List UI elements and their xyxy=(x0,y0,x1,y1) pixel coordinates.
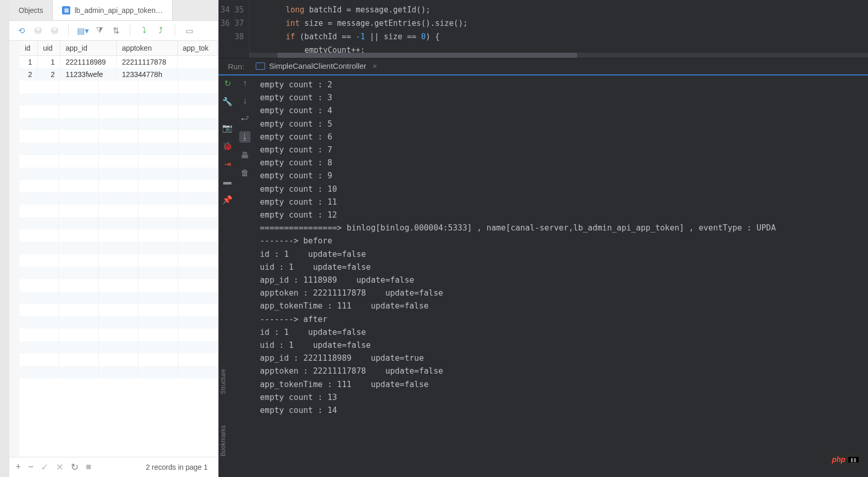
trash-icon[interactable]: 🗑 xyxy=(241,168,249,178)
debug-icon[interactable]: 🐞 xyxy=(222,141,233,151)
db-gutter xyxy=(0,0,9,477)
pin-icon[interactable]: 📌 xyxy=(222,195,233,205)
reload-icon[interactable]: ↻ xyxy=(71,461,79,473)
commit-icon[interactable]: ✓ xyxy=(41,461,49,473)
add-row-icon[interactable]: + xyxy=(16,461,21,473)
data-grid[interactable]: id uid app_id apptoken app_tok 112221118… xyxy=(20,41,218,457)
rerun-icon[interactable]: ↻ xyxy=(224,79,231,88)
console-output[interactable]: empty count : 2 empty count : 3 empty co… xyxy=(254,75,868,477)
col-id[interactable]: id xyxy=(20,41,38,56)
softwrap-icon[interactable]: ⮐ xyxy=(241,114,249,123)
down-icon[interactable]: ↓ xyxy=(243,96,247,105)
col-apptok[interactable]: app_tok xyxy=(177,41,218,56)
ide-panel: 34 35 36 37 38 long batchId = message.ge… xyxy=(219,0,868,477)
print-icon[interactable]: 🖶 xyxy=(241,151,249,160)
layout-icon[interactable]: ▬ xyxy=(223,177,231,187)
db-tab-label: lb_admin_api_app_token… xyxy=(74,6,162,14)
database-panel: Objects ▦ lb_admin_api_app_token… ⟲ ⛁ ⛁ … xyxy=(0,0,219,477)
run-toolwindow-header: Run: SimpleCanalClientController × xyxy=(219,58,868,75)
stop-icon[interactable]: ■ xyxy=(86,461,91,473)
db-tab-objects[interactable]: Objects xyxy=(9,0,53,20)
sort-icon[interactable]: ⇅ xyxy=(111,26,120,35)
php-badge[interactable]: php ▮▮ xyxy=(828,453,863,466)
col-appid[interactable]: app_id xyxy=(60,41,116,56)
filter-icon[interactable]: ⧩ xyxy=(95,26,104,35)
db-tab-label: Objects xyxy=(19,6,43,14)
line-gutter: 34 35 36 37 38 xyxy=(219,0,250,58)
exit-icon[interactable]: ⇥ xyxy=(224,159,231,169)
db-icon[interactable]: ⛁ xyxy=(33,26,42,35)
db-tab-bar: Objects ▦ lb_admin_api_app_token… xyxy=(9,0,218,21)
code-editor[interactable]: 34 35 36 37 38 long batchId = message.ge… xyxy=(219,0,868,58)
badge-bar-icon: ▮▮ xyxy=(848,457,859,463)
run-label: Run: xyxy=(221,62,252,71)
more-icon[interactable]: ▭ xyxy=(184,26,194,35)
scroll-end-icon[interactable]: ⭳ xyxy=(239,131,251,143)
refresh-icon[interactable]: ⟲ xyxy=(17,26,26,35)
run-tab[interactable]: SimpleCanalClientController × xyxy=(252,58,381,75)
export-icon[interactable]: ⤴ xyxy=(156,26,165,35)
columns-icon[interactable]: ▤▾ xyxy=(78,26,87,35)
table-row[interactable]: 11222111898922211117878 xyxy=(20,56,218,69)
remove-row-icon[interactable]: − xyxy=(28,461,34,473)
cancel-icon[interactable]: ✕ xyxy=(56,461,64,473)
db-tab-table[interactable]: ▦ lb_admin_api_app_token… xyxy=(53,0,172,20)
structure-toolwindow-tab[interactable]: Structure xyxy=(220,369,227,394)
run-side-actions: ↻ 🔧 📷 🐞 ⇥ ▬ 📌 xyxy=(219,75,236,477)
run-side-actions-2: ↑ ↓ ⮐ ⭳ 🖶 🗑 xyxy=(236,75,254,477)
import-icon[interactable]: ⤵ xyxy=(140,26,149,35)
db-toolbar: ⟲ ⛁ ⛁ ▤▾ ⧩ ⇅ ⤵ ⤴ ▭ xyxy=(9,21,218,41)
col-apptoken[interactable]: apptoken xyxy=(117,41,178,56)
bookmarks-toolwindow-tab[interactable]: Bookmarks xyxy=(220,425,227,456)
run-config-icon xyxy=(256,63,265,70)
table-header-row: id uid app_id apptoken app_tok xyxy=(20,41,218,56)
php-badge-label: php xyxy=(832,455,845,464)
record-status: 2 records in page 1 xyxy=(146,463,212,471)
run-body: ↻ 🔧 📷 🐞 ⇥ ▬ 📌 ↑ ↓ ⮐ ⭳ 🖶 🗑 empty count : … xyxy=(219,75,868,477)
editor-content[interactable]: long batchId = message.getId(); int size… xyxy=(250,0,868,58)
wrench-icon[interactable]: 🔧 xyxy=(222,97,233,106)
col-uid[interactable]: uid xyxy=(38,41,60,56)
editor-scrollbar[interactable] xyxy=(250,53,868,58)
up-icon[interactable]: ↑ xyxy=(243,79,247,88)
db-footer: + − ✓ ✕ ↻ ■ 2 records in page 1 xyxy=(9,457,218,477)
db2-icon[interactable]: ⛁ xyxy=(50,26,59,35)
table-icon: ▦ xyxy=(62,6,70,14)
scrollbar-thumb[interactable] xyxy=(277,53,577,58)
table-row[interactable]: 2211233fwefe123344778h xyxy=(20,68,218,81)
close-icon[interactable]: × xyxy=(373,61,377,70)
run-tab-label: SimpleCanalClientController xyxy=(269,61,366,70)
camera-icon[interactable]: 📷 xyxy=(222,123,233,133)
